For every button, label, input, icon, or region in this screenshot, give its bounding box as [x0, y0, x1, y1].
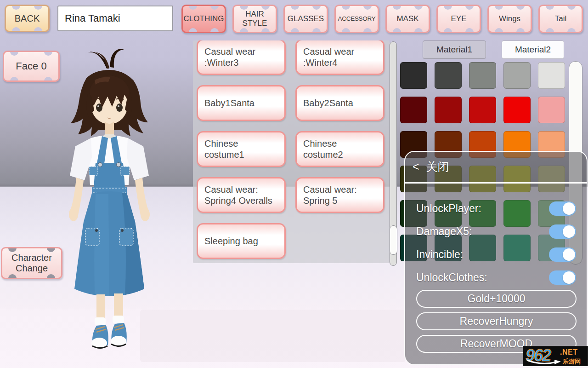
tab-hair-style[interactable]: HAIR STYLE — [232, 5, 277, 33]
color-swatch[interactable] — [400, 62, 427, 89]
color-swatch[interactable] — [435, 97, 462, 123]
clothing-item-label: Casual wear: Spring 5 — [303, 184, 377, 207]
close-panel-button[interactable]: < 关闭 — [413, 159, 449, 174]
watermark-cn-name: 乐游网 — [563, 357, 581, 366]
material1-tab[interactable]: Material1 — [423, 40, 486, 59]
clothing-item-baby2santa[interactable]: Baby2Santa — [295, 85, 384, 121]
tab-glasses[interactable]: GLASSES — [283, 5, 328, 33]
clothing-item-label: Baby2Santa — [303, 98, 353, 109]
clothing-item-sleeping-bag[interactable]: Sleeping bag — [197, 223, 286, 259]
clothing-item-label: Casual wear :Winter3 — [204, 46, 278, 69]
material2-tab[interactable]: Material2 — [502, 40, 564, 59]
back-button[interactable]: BACK — [5, 5, 50, 32]
clothing-list-scrollbar-thumb[interactable] — [390, 225, 397, 255]
color-swatch[interactable] — [503, 97, 531, 123]
toggle-knob — [563, 248, 575, 261]
color-swatch[interactable] — [469, 97, 496, 123]
back-chevron-icon: < — [413, 160, 419, 173]
clothing-item-casual-wear-winter4[interactable]: Casual wear :Winter4 — [295, 40, 384, 75]
recoverhungry-button[interactable]: RecoverHungry — [416, 312, 577, 330]
tab-label: Wings — [498, 14, 521, 23]
clothing-item-label: Chinese costume2 — [303, 138, 377, 161]
toggle-row-unlockplayer: UnlockPlayer: — [416, 201, 576, 216]
toggle-knob — [563, 202, 575, 215]
toggle-row-damagex5: DamageX5: — [416, 224, 576, 239]
character-name-input[interactable] — [57, 6, 173, 31]
character-preview[interactable] — [40, 46, 178, 352]
clothing-item-casual-wear-winter3[interactable]: Casual wear :Winter3 — [197, 40, 286, 75]
close-label: 关闭 — [426, 159, 449, 174]
toggle-label: Invincible: — [416, 248, 463, 261]
toggle-switch-invincible[interactable] — [549, 247, 576, 262]
mod-menu-panel: < 关闭 UnlockPlayer:DamageX5:Invincible:Un… — [404, 151, 588, 365]
clothing-item-label: Casual wear: Spring4 Overalls — [204, 184, 278, 207]
toggle-knob — [563, 225, 575, 238]
toggle-switch-unlockclothes[interactable] — [549, 270, 576, 285]
watermark-suffix: .NET — [560, 348, 577, 356]
color-swatch[interactable] — [469, 62, 496, 89]
clothing-item-chinese-costume1[interactable]: Chinese costume1 — [197, 131, 286, 167]
tab-label: MASK — [396, 14, 419, 23]
color-swatch[interactable] — [538, 62, 565, 89]
face-button-label: Face 0 — [16, 60, 46, 72]
watermark-swoosh-icon — [526, 359, 564, 366]
clothing-item-chinese-costume2[interactable]: Chinese costume2 — [295, 131, 384, 167]
tab-mask[interactable]: MASK — [385, 5, 430, 33]
panel-divider — [405, 182, 587, 184]
tab-label: Tail — [554, 14, 568, 23]
color-swatch[interactable] — [538, 97, 565, 123]
tab-label: ACCESSORY — [337, 15, 377, 23]
color-swatch[interactable] — [503, 62, 531, 89]
tab-label: HAIR STYLE — [234, 10, 276, 28]
tab-label: CLOTHING — [183, 14, 225, 23]
face-button[interactable]: Face 0 — [3, 51, 60, 82]
toggle-knob — [563, 271, 575, 284]
toggle-switch-damagex5[interactable] — [549, 224, 576, 239]
clothing-item-baby1santa[interactable]: Baby1Santa — [197, 85, 286, 121]
tab-eye[interactable]: EYE — [436, 5, 481, 33]
tab-clothing[interactable]: CLOTHING — [181, 5, 226, 33]
toggle-row-unlockclothes: UnlockClothes: — [416, 270, 576, 285]
toggle-switch-unlockplayer[interactable] — [549, 201, 576, 216]
toggle-label: DamageX5: — [416, 225, 472, 238]
toggle-label: UnlockPlayer: — [416, 202, 481, 215]
tab-label: GLASSES — [287, 14, 325, 23]
character-change-button[interactable]: Character Change — [1, 247, 62, 279]
tab-accessory[interactable]: ACCESSORY — [334, 5, 379, 33]
clothing-item-casual-wear-spring4-overalls[interactable]: Casual wear: Spring4 Overalls — [197, 177, 286, 213]
gold-10000-button[interactable]: Gold+10000 — [416, 290, 577, 308]
color-swatch[interactable] — [400, 97, 427, 123]
color-swatch[interactable] — [435, 62, 462, 89]
floor-highlight — [140, 310, 406, 362]
tab-tail[interactable]: Tail — [538, 5, 583, 33]
character-change-label: Character Change — [6, 253, 57, 274]
clothing-list-scrollbar[interactable] — [390, 41, 397, 266]
clothing-item-label: Sleeping bag — [204, 236, 258, 247]
clothing-item-label: Baby1Santa — [204, 98, 254, 109]
clothing-item-label: Casual wear :Winter4 — [303, 46, 377, 69]
clothing-item-casual-wear-spring-5[interactable]: Casual wear: Spring 5 — [295, 177, 384, 213]
clothing-item-label: Chinese costume1 — [204, 138, 278, 161]
back-button-label: BACK — [15, 13, 40, 24]
toggle-label: UnlockClothes: — [416, 271, 487, 284]
tab-wings[interactable]: Wings — [487, 5, 532, 33]
watermark-logo: 962 .NET 乐游网 — [523, 346, 588, 366]
category-tabs: CLOTHINGHAIR STYLEGLASSESACCESSORYMASKEY… — [181, 5, 583, 33]
clothing-list: Casual wear :Winter3Casual wear :Winter4… — [193, 40, 390, 263]
tab-label: EYE — [450, 14, 467, 23]
toggle-row-invincible: Invincible: — [416, 247, 576, 262]
